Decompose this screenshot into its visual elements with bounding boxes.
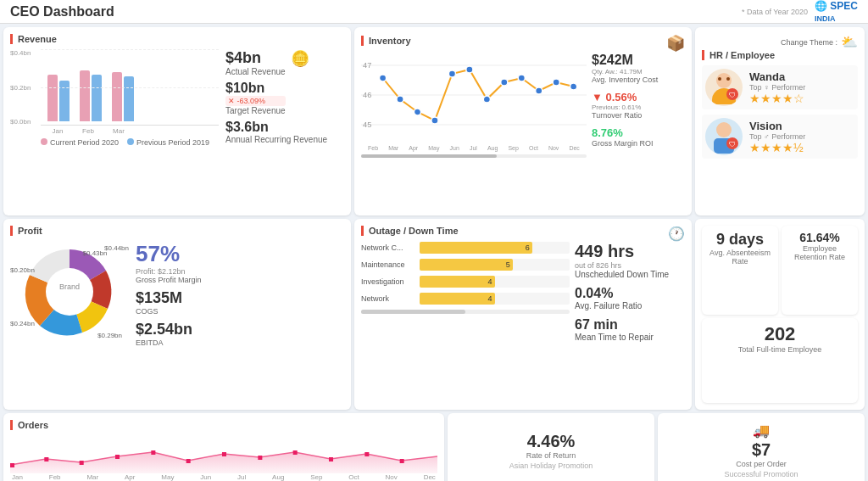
orders-month: Aug (272, 473, 284, 481)
inv-x-labels: Feb Mar Apr May Jun Jul Aug Sep Oct Nov … (361, 145, 587, 151)
svg-point-20 (718, 77, 721, 81)
inv-month: Oct (529, 145, 538, 151)
female-performer: 🛡 Wanda Top ♀ Performer ★★★★☆ (702, 65, 858, 109)
bar-mar-prev (124, 76, 134, 121)
profit-card: Profit (3, 219, 351, 411)
bar-group-jan (47, 75, 70, 121)
row3: Orders (0, 413, 868, 481)
orders-month: Oct (348, 473, 359, 481)
male-stars: ★★★★½ (749, 141, 805, 154)
theme-row: Change Theme : ⛅ (702, 34, 858, 50)
profit-pct-section: 57% Profit: $2.12bn Gross Profit Margin (136, 241, 344, 284)
svg-point-18 (716, 73, 732, 88)
outage-label-2: Maintenance (361, 260, 416, 269)
spec-logo: 🌐 SPECINDIA (815, 0, 858, 24)
svg-rect-33 (80, 461, 84, 465)
revenue-title: Revenue (10, 34, 344, 44)
svg-text:🛡: 🛡 (729, 92, 736, 99)
y-axis: $0.4bn $0.2bn $0.0bn (10, 49, 31, 126)
orders-chart (10, 435, 437, 473)
fulltime-value: 202 (709, 323, 851, 345)
x-label-jan: Jan (47, 127, 68, 135)
svg-rect-40 (329, 457, 333, 461)
svg-text:47: 47 (363, 61, 371, 70)
svg-point-21 (726, 77, 730, 81)
orders-x-labels: Jan Feb Mar Apr May Jun Jul Aug Sep Oct … (10, 473, 437, 481)
absenteeism-card: 9 days Avg. Absenteeism Rate (702, 226, 778, 315)
svg-point-9 (431, 117, 438, 124)
unscheduled-label: Unscheduled Down Time (575, 270, 685, 279)
inventory-header: Inventory 📦 (361, 34, 685, 53)
scrollbar-thumb (361, 154, 497, 158)
svg-rect-41 (364, 452, 369, 456)
inv-month: May (428, 145, 439, 151)
donut-label-right: $0.43bn (83, 249, 108, 257)
svg-point-7 (397, 96, 403, 103)
inventory-svg: 47 46 45 (361, 53, 587, 142)
outage-bar-list: Network C... 6 Maintenance 5 Investigati… (361, 242, 570, 342)
svg-text:🛡: 🛡 (729, 141, 736, 148)
hr-title: HR / Employee (702, 50, 858, 60)
truck-icon: 🚚 (753, 422, 770, 439)
inv-month: Mar (388, 145, 398, 151)
inv-month: Jul (470, 145, 477, 151)
svg-rect-31 (10, 463, 14, 467)
target-value: $10bn (225, 81, 286, 96)
inventory-title: Inventory (361, 36, 411, 46)
coins-icon: 🪙 (291, 49, 309, 68)
box-icon: 📦 (666, 34, 685, 53)
rate-label: Rate of Return (526, 451, 576, 460)
svg-text:45: 45 (363, 120, 371, 129)
orders-month: Jan (12, 473, 23, 481)
actual-label: Actual Revenue (225, 67, 286, 77)
y-label-bot: $0.0bn (10, 118, 31, 126)
qty-sub: Qty. Aw.: 41.79M (592, 68, 685, 76)
donut-label-bot: $0.29bn (97, 332, 122, 339)
margin-value: 8.76% (592, 126, 685, 139)
inventory-stats: $242M Qty. Aw.: 41.79M Avg. Inventory Co… (592, 53, 685, 148)
orders-month: Nov (386, 473, 398, 481)
cogs-value: $135M (136, 289, 344, 307)
fulltime-card: 202 Total Full-time Employee (702, 318, 858, 403)
arr-row: $3.6bn Annual Recurring Revenue (225, 120, 344, 145)
orders-stats: 4.46% Rate of Return Asian Holiday Promo… (448, 413, 865, 481)
outage-card: Outage / Down Time 🕐 Network C... 6 Main… (354, 219, 692, 411)
bar-group-feb (80, 70, 102, 121)
svg-point-28 (46, 268, 93, 316)
absenteeism-label: Avg. Absenteeism Rate (709, 249, 771, 266)
turnover-prev: Previous: 0.61% (592, 103, 685, 111)
promo2: Successful Promotion (724, 470, 798, 478)
theme-label: Change Theme : (781, 38, 837, 47)
svg-point-6 (379, 75, 386, 81)
arr-value: $3.6bn (225, 120, 327, 135)
legend-current: Current Period 2020 (41, 138, 119, 147)
row1: Revenue $0.4bn $0.2bn $0.0bn (0, 24, 868, 219)
outage-scroll-thumb (361, 310, 465, 314)
absenteeism-value: 9 days (709, 231, 771, 249)
failure-label: Avg. Failure Ratio (575, 301, 685, 310)
repair-label: Mean Time to Repair (575, 333, 685, 342)
chart-scrollbar[interactable] (361, 154, 587, 158)
inventory-card: Inventory 📦 47 46 45 (354, 27, 692, 215)
row2: Profit (0, 219, 868, 414)
y-label-mid: $0.2bn (10, 84, 31, 92)
profit-inner: Brand $0.44bn $0.20bn $0.24bn $0.29bn $0… (10, 241, 344, 347)
outage-label-3: Investigation (361, 277, 416, 286)
orders-month: May (161, 473, 174, 481)
outage-bar-row-2: Maintenance 5 (361, 259, 570, 271)
svg-point-12 (483, 96, 490, 103)
orders-month: Feb (49, 473, 61, 481)
donut-label-left-top: $0.20bn (10, 266, 35, 274)
svg-rect-36 (186, 459, 191, 463)
profit-stats: 57% Profit: $2.12bn Gross Profit Margin … (136, 241, 344, 347)
svg-point-17 (570, 83, 577, 90)
female-performer-info: Wanda Top ♀ Performer ★★★★☆ (749, 70, 805, 105)
outage-fill-1: 6 (420, 242, 532, 254)
header: CEO Dashboard * Data of Year 2020 🌐 SPEC… (0, 0, 868, 24)
margin-label: Gross Margin ROI (592, 139, 685, 148)
cloud-icon: ⛅ (841, 34, 858, 50)
outage-bar-row-3: Investigation 4 (361, 276, 570, 288)
outage-track-2: 5 (420, 259, 570, 271)
outage-scrollbar[interactable] (361, 310, 570, 314)
y-label-top: $0.4bn (10, 49, 31, 57)
